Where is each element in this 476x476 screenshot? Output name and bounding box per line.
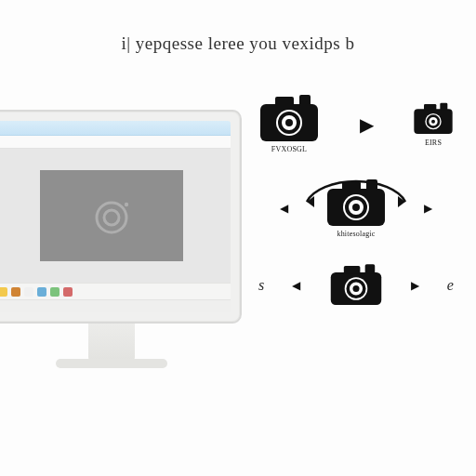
camera-right: EIRS	[413, 101, 454, 147]
triangle-left-icon: ◀	[280, 202, 288, 216]
svg-point-1	[104, 210, 119, 225]
svg-rect-11	[440, 103, 447, 111]
swatch-bar	[0, 283, 231, 299]
camera-icon	[329, 264, 383, 307]
svg-point-28	[352, 285, 359, 292]
svg-rect-24	[343, 266, 360, 274]
camera-outline-icon	[86, 192, 138, 239]
svg-rect-25	[364, 264, 375, 274]
title-text: yepqesse leree you vexidps b	[136, 33, 355, 53]
svg-rect-5	[299, 95, 311, 106]
status-bar	[0, 299, 231, 312]
swatch	[37, 287, 46, 297]
monitor-frame	[0, 110, 242, 324]
window-titlebar	[0, 121, 231, 136]
monitor-stand	[88, 324, 135, 361]
camera-center	[329, 264, 383, 307]
swatch	[63, 287, 73, 297]
svg-rect-10	[424, 104, 436, 111]
workspace	[0, 149, 231, 283]
caption: EIRS	[425, 139, 442, 147]
svg-point-2	[125, 203, 128, 206]
app-window	[0, 121, 231, 312]
diagram-row-1: FVXOSGL ▶ EIRS	[258, 95, 454, 153]
swatch	[0, 287, 7, 297]
monitor-base	[56, 359, 167, 368]
svg-point-8	[285, 119, 293, 126]
glyph-left: s	[258, 277, 264, 294]
diagram-row-3: s ◀ ▶ e	[258, 264, 454, 307]
triangle-right-icon: ▶	[411, 279, 419, 293]
title-prefix: i|	[122, 33, 131, 53]
camera-left: FVXOSGL	[258, 95, 320, 153]
svg-rect-4	[275, 97, 294, 106]
camera-icon	[413, 101, 454, 137]
triangle-right-icon: ▶	[424, 202, 432, 216]
diagram-row-2: ◀ khitesolagic ▶	[258, 179, 454, 238]
arrow-right-icon: ▶	[360, 115, 374, 134]
swatch	[11, 287, 20, 297]
svg-point-0	[97, 203, 126, 232]
window-toolbar	[0, 136, 231, 149]
page-title: i| yepqesse leree you vexidps b	[0, 33, 476, 54]
diagram-column: FVXOSGL ▶ EIRS ◀	[258, 95, 454, 307]
swatch	[24, 287, 33, 297]
rotate-arc-icon	[296, 170, 416, 207]
svg-point-14	[431, 120, 435, 124]
glyph-right: e	[447, 277, 454, 294]
canvas	[40, 170, 183, 261]
monitor-mockup	[0, 110, 242, 368]
triangle-left-icon: ◀	[292, 279, 300, 293]
camera-icon	[258, 95, 320, 143]
swatch	[50, 287, 60, 297]
caption: FVXOSGL	[271, 145, 307, 153]
caption: khitesolagic	[337, 230, 375, 238]
